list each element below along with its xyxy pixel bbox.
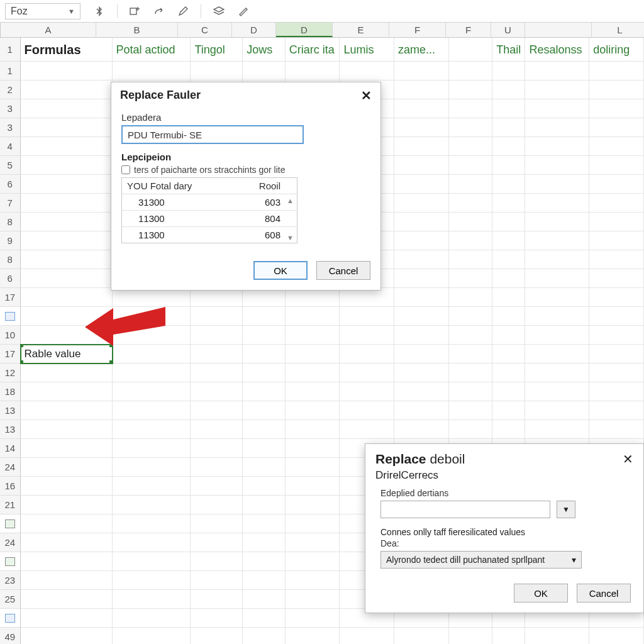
cell[interactable] xyxy=(243,496,286,514)
cell[interactable] xyxy=(589,62,644,80)
cell[interactable] xyxy=(191,477,243,496)
cell[interactable] xyxy=(21,609,113,628)
cell[interactable] xyxy=(286,533,340,552)
cell[interactable] xyxy=(113,571,191,590)
cell[interactable] xyxy=(286,364,340,382)
cell[interactable] xyxy=(21,156,113,175)
cell[interactable] xyxy=(589,345,644,364)
cell-E1[interactable]: Lumis xyxy=(340,38,394,62)
cell[interactable] xyxy=(394,118,449,137)
cell[interactable] xyxy=(394,382,449,401)
row-header[interactable]: 21 xyxy=(0,496,21,514)
cell[interactable] xyxy=(21,137,113,156)
cell[interactable] xyxy=(340,326,394,345)
cell[interactable] xyxy=(243,552,286,571)
cell-Ul1[interactable]: Resalonss xyxy=(525,38,589,62)
col-header-D2[interactable]: D xyxy=(276,23,333,37)
cell[interactable] xyxy=(394,194,449,213)
cell[interactable] xyxy=(589,364,644,382)
row-header[interactable]: 6 xyxy=(0,269,21,288)
row-header[interactable]: 18 xyxy=(0,382,21,401)
cell-D1[interactable]: Jows xyxy=(243,38,286,62)
col-header-U[interactable]: U xyxy=(491,23,525,37)
cell[interactable] xyxy=(113,307,191,326)
cell[interactable] xyxy=(113,514,191,533)
cell[interactable] xyxy=(449,99,492,118)
cell[interactable] xyxy=(21,401,113,420)
row-header-icon[interactable] xyxy=(0,609,21,628)
cell[interactable] xyxy=(525,307,589,326)
cell[interactable] xyxy=(589,137,644,156)
cell[interactable] xyxy=(449,118,492,137)
cell[interactable] xyxy=(191,571,243,590)
cell[interactable] xyxy=(449,364,492,382)
cell[interactable] xyxy=(286,345,340,364)
cell[interactable] xyxy=(449,345,492,364)
cell[interactable] xyxy=(21,496,113,514)
row-header[interactable]: 14 xyxy=(0,439,21,458)
cell[interactable] xyxy=(286,496,340,514)
cell[interactable] xyxy=(589,401,644,420)
cell[interactable] xyxy=(286,571,340,590)
layers-icon[interactable] xyxy=(213,5,225,18)
cell[interactable] xyxy=(21,269,113,288)
cell[interactable] xyxy=(589,231,644,250)
cell[interactable] xyxy=(589,307,644,326)
cell[interactable] xyxy=(243,439,286,458)
cell[interactable] xyxy=(340,420,394,439)
cell[interactable] xyxy=(21,99,113,118)
cell[interactable] xyxy=(589,80,644,99)
cell[interactable] xyxy=(525,213,589,231)
cell[interactable] xyxy=(525,250,589,269)
cell[interactable] xyxy=(191,401,243,420)
cell[interactable] xyxy=(191,382,243,401)
col-header-A[interactable]: A xyxy=(1,23,96,37)
cell[interactable] xyxy=(449,326,492,345)
cell[interactable] xyxy=(449,62,492,80)
cell[interactable] xyxy=(394,628,449,644)
col-header-F[interactable]: F xyxy=(389,23,446,37)
cell[interactable] xyxy=(394,307,449,326)
row-header[interactable]: 1 xyxy=(0,62,21,80)
row-header[interactable]: 23 xyxy=(0,571,21,590)
cell[interactable] xyxy=(394,231,449,250)
cell[interactable] xyxy=(243,420,286,439)
cell[interactable] xyxy=(394,137,449,156)
cell[interactable] xyxy=(21,552,113,571)
cell[interactable] xyxy=(191,552,243,571)
cell[interactable] xyxy=(191,628,243,644)
cell[interactable] xyxy=(113,552,191,571)
cell[interactable] xyxy=(243,326,286,345)
cell[interactable] xyxy=(394,269,449,288)
cell[interactable] xyxy=(286,458,340,477)
col-header-Ul[interactable] xyxy=(525,23,592,37)
row-header[interactable]: 1 xyxy=(0,38,21,62)
brush-icon[interactable] xyxy=(236,5,249,18)
cell[interactable] xyxy=(492,118,525,137)
cell[interactable] xyxy=(449,401,492,420)
cell[interactable] xyxy=(243,401,286,420)
cell[interactable] xyxy=(243,345,286,364)
cell[interactable] xyxy=(286,307,340,326)
dertians-input[interactable] xyxy=(380,501,550,518)
cell[interactable] xyxy=(394,420,449,439)
cell[interactable] xyxy=(525,364,589,382)
cell[interactable] xyxy=(525,156,589,175)
cell-F1[interactable]: zame... xyxy=(394,38,449,62)
cell[interactable] xyxy=(394,326,449,345)
cell[interactable] xyxy=(286,401,340,420)
checkbox-input[interactable] xyxy=(121,165,130,174)
cell[interactable] xyxy=(21,326,113,345)
cell[interactable] xyxy=(21,628,113,644)
col-header-D[interactable]: D xyxy=(232,23,276,37)
cell[interactable] xyxy=(492,175,525,194)
cell[interactable] xyxy=(525,628,589,644)
cell[interactable] xyxy=(243,609,286,628)
row-header[interactable]: 12 xyxy=(0,364,21,382)
cell[interactable] xyxy=(113,364,191,382)
selection-handle[interactable] xyxy=(21,360,23,364)
cell[interactable] xyxy=(589,213,644,231)
row-header[interactable]: 8 xyxy=(0,213,21,231)
col-header-E[interactable]: E xyxy=(333,23,389,37)
cell[interactable] xyxy=(492,269,525,288)
